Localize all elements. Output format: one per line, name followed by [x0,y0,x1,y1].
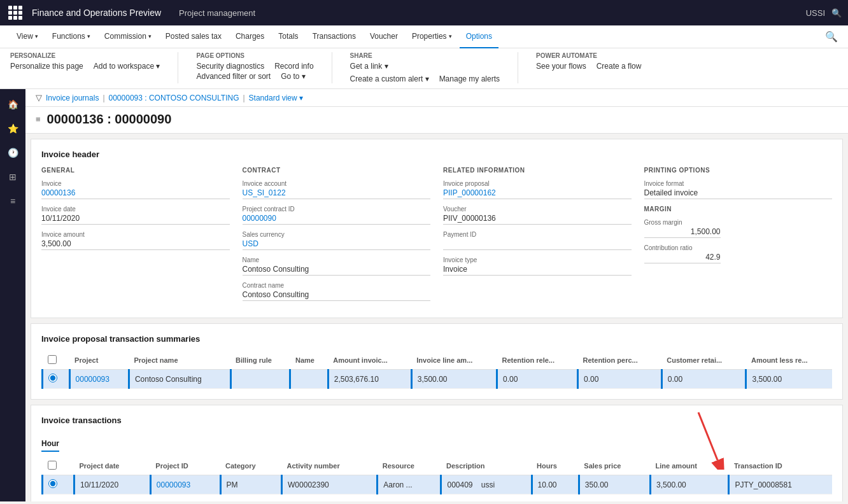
margin-group-title: MARGIN [644,206,833,213]
ribbon-search-icon[interactable]: 🔍 [825,31,838,43]
row-radio-cell[interactable] [43,370,70,389]
ribbon-nav: View ▾ Functions ▾ Commission ▾ Posted s… [0,25,848,48]
breadcrumb-view[interactable]: Standard view ▾ [249,94,303,102]
contract-group-title: CONTRACT [243,167,431,174]
sales-currency[interactable]: USD [243,239,431,250]
ribbon-item-create-custom-alert[interactable]: Create a custom alert ▾ [350,74,429,83]
tab-transactions[interactable]: Transactions [306,25,362,48]
txn-row-description: 000409 ussi [441,475,532,494]
invoice-account[interactable]: US_SI_0122 [243,188,431,199]
invoice-number[interactable]: 00000136 [41,188,230,199]
tab-totals[interactable]: Totals [272,25,304,48]
row-retention-rele: 0.00 [497,370,577,389]
proposal-summaries-title: Invoice proposal transaction summaries [41,334,832,344]
txn-select-all[interactable] [48,461,57,470]
col-name: Name [290,351,328,370]
select-all-checkbox[interactable] [48,355,57,364]
sidebar-icon-list[interactable]: ≡ [3,191,23,211]
field-sales-currency: Sales currency USD [243,231,431,250]
txn-row-transaction-id: PJTY_00008581 [729,475,832,494]
row-retention-perc: 0.00 [578,370,662,389]
gross-margin: 1,500.00 [644,227,721,238]
ribbon-group-title-personalize: Personalize [10,52,160,59]
tab-options[interactable]: Options [460,25,498,48]
sidebar-icon-recent[interactable]: 🕐 [3,143,23,163]
table-row[interactable]: 00000093 Contoso Consulting 2,503,676.10… [43,370,833,389]
row-project-name: Contoso Consulting [129,370,230,389]
txn-row-radio-cell[interactable] [43,475,74,494]
col-retention-rele: Retention rele... [497,351,577,370]
txn-row-project-id: 00000093 [150,475,220,494]
tab-posted-sales-tax[interactable]: Posted sales tax [159,25,228,48]
ribbon-item-security-diagnostics[interactable]: Security diagnostics [196,62,264,71]
payment-id [443,239,632,250]
proposal-summaries-table: Project Project name Billing rule Name A… [41,351,832,389]
tab-view[interactable]: View ▾ [10,25,45,48]
ribbon-group-items-page-options-1: Security diagnostics Record info [196,62,313,71]
module-title: Project management [179,8,255,18]
transactions-subtitle-hour: Hour [41,439,59,452]
header-group-contract: CONTRACT Invoice account US_SI_0122 Proj… [243,167,431,307]
txn-col-activity-number: Activity number [282,457,378,475]
breadcrumb: ▽ Invoice journals | 00000093 : CONTOSO … [25,89,848,107]
breadcrumb-link-contoso[interactable]: 00000093 : CONTOSO CONSULTING [109,94,239,102]
breadcrumb-sep-2: | [243,94,244,102]
txn-table-row[interactable]: 10/11/2020 00000093 PM W00002390 Aaron .… [43,475,833,494]
ribbon-group-items-personalize: Personalize this page Add to workspace ▾ [10,62,160,71]
invoice-proposal[interactable]: PIIP_00000162 [443,188,632,199]
ribbon-group-title-page-options: Page options [196,52,313,59]
field-voucher: Voucher PIIV_00000136 [443,206,632,225]
ribbon-item-create-flow[interactable]: Create a flow [597,62,642,71]
header-group-printing: PRINTING OPTIONS Invoice format Detailed… [644,167,833,307]
sidebar-icon-star[interactable]: ⭐ [3,118,23,139]
row-customer-retai: 0.00 [661,370,746,389]
txn-col-transaction-id: Transaction ID [729,457,832,475]
ribbon-item-personalize-page[interactable]: Personalize this page [10,62,83,71]
ribbon-item-manage-alerts[interactable]: Manage my alerts [439,74,500,83]
voucher: PIIV_00000136 [443,214,632,225]
txn-col-select [43,457,74,475]
ribbon-item-add-workspace[interactable]: Add to workspace ▾ [94,62,160,71]
col-amount-invoiced: Amount invoic... [328,351,411,370]
waffle-menu[interactable] [6,4,24,22]
ribbon-group-share: Share Get a link ▾ Create a custom alert… [350,52,500,83]
sidebar-icon-grid[interactable]: ⊞ [3,167,23,187]
ribbon-item-advanced-filter[interactable]: Advanced filter or sort [196,72,271,81]
project-contract-id[interactable]: 00000090 [243,214,431,225]
main-layout: 🏠 ⭐ 🕐 ⊞ ≡ ▽ Invoice journals | 00000093 … [0,89,848,501]
col-billing-rule: Billing rule [230,351,290,370]
field-payment-id: Payment ID [443,231,632,250]
row-radio[interactable] [48,374,57,382]
txn-col-sales-price: Sales price [579,457,650,475]
top-bar: Finance and Operations Preview Project m… [0,0,848,25]
field-invoice-proposal: Invoice proposal PIIP_00000162 [443,180,632,199]
tab-charges[interactable]: Charges [229,25,271,48]
ribbon-item-see-flows[interactable]: See your flows [536,62,586,71]
ribbon-item-goto[interactable]: Go to ▾ [281,72,306,81]
proposal-summaries-section: Invoice proposal transaction summaries P… [31,323,843,400]
page-title: 00000136 : 00000090 [47,112,172,127]
col-select [43,351,70,370]
field-invoice-type: Invoice type Invoice [443,256,632,276]
user-label: USSI [806,8,825,18]
tab-commission[interactable]: Commission ▾ [98,25,158,48]
ribbon-item-record-info[interactable]: Record info [274,62,313,71]
breadcrumb-link-journals[interactable]: Invoice journals [46,94,99,102]
field-invoice: Invoice 00000136 [41,180,230,199]
search-icon[interactable]: 🔍 [831,8,842,18]
sidebar-icon-home[interactable]: 🏠 [3,94,23,115]
tab-properties[interactable]: Properties ▾ [406,25,458,48]
ribbon-item-get-link[interactable]: Get a link ▾ [350,62,388,71]
ribbon-sep-3 [518,52,518,83]
col-invoice-line-am: Invoice line am... [411,351,497,370]
tab-voucher[interactable]: Voucher [364,25,404,48]
general-group-title: GENERAL [41,167,230,174]
contract-name: Contoso Consulting [243,265,431,276]
field-contract-name: Contract name Contoso Consulting [243,282,431,301]
list-view-icon[interactable]: ≡ [36,115,41,124]
header-group-related: RELATED INFORMATION Invoice proposal PII… [443,167,632,307]
txn-row-resource: Aaron ... [378,475,441,494]
tab-functions[interactable]: Functions ▾ [46,25,97,48]
txn-row-radio[interactable] [48,479,57,488]
txn-col-project-date: Project date [74,457,151,475]
